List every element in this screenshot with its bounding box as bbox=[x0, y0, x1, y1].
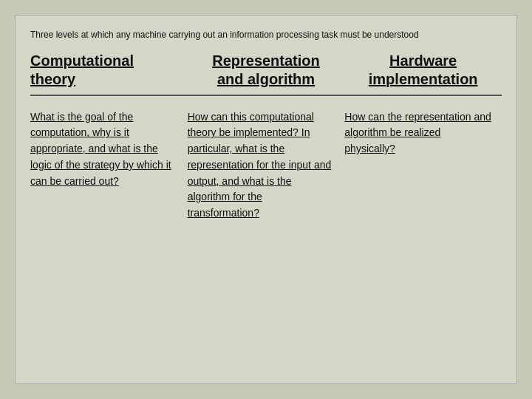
content-representation-algorithm: How can this computational theory be imp… bbox=[188, 109, 345, 222]
content-hardware-implementation: How can the representation and algorithm… bbox=[344, 109, 502, 157]
intro-text: Three levels at which any machine carryi… bbox=[30, 29, 502, 41]
header-computational-theory: Computational theory bbox=[30, 52, 188, 89]
content-computational-theory: What is the goal of the computation, why… bbox=[30, 109, 188, 189]
header-hardware-implementation: Hardware implementation bbox=[344, 52, 502, 89]
header-representation-algorithm: Representation and algorithm bbox=[188, 52, 345, 89]
content-row: What is the goal of the computation, why… bbox=[30, 109, 502, 222]
main-card: Three levels at which any machine carryi… bbox=[15, 15, 517, 384]
header-row: Computational theory Representation and … bbox=[30, 52, 502, 96]
